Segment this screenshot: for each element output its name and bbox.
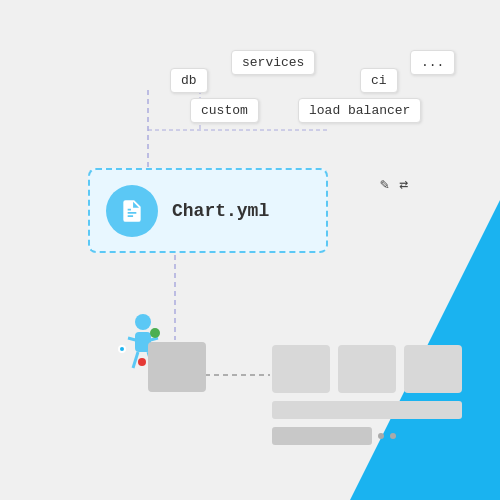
wide-bar-2: [272, 427, 372, 445]
tag-services[interactable]: services: [231, 50, 315, 75]
document-icon: [119, 198, 145, 224]
dot-2: [390, 433, 396, 439]
green-dot: [150, 328, 160, 338]
tag-custom[interactable]: custom: [190, 98, 259, 123]
tag-ci[interactable]: ci: [360, 68, 398, 93]
wide-bar-row: [272, 427, 396, 445]
tag-load-balancer[interactable]: load balancer: [298, 98, 421, 123]
wide-bar-1: [272, 401, 462, 419]
tag-db[interactable]: db: [170, 68, 208, 93]
svg-point-8: [135, 314, 151, 330]
grid-box-3: [404, 345, 462, 393]
edit-icon[interactable]: ✎: [380, 175, 389, 194]
box-row-top: [272, 345, 462, 393]
single-box: [148, 342, 206, 392]
red-dot: [138, 358, 146, 366]
chart-icon-circle: [106, 185, 158, 237]
tag-dots[interactable]: ...: [410, 50, 455, 75]
chart-card[interactable]: Chart.yml: [88, 168, 328, 253]
blue-dot: [118, 345, 126, 353]
grid-box-2: [338, 345, 396, 393]
card-actions: ✎ ⇄: [380, 175, 408, 194]
grid-box-1: [272, 345, 330, 393]
dot-1: [378, 433, 384, 439]
share-icon[interactable]: ⇄: [399, 175, 408, 194]
tags-container: db services ci ... custom load balancer …: [0, 0, 500, 500]
chart-label: Chart.yml: [172, 201, 269, 221]
box-grid: [272, 345, 462, 445]
